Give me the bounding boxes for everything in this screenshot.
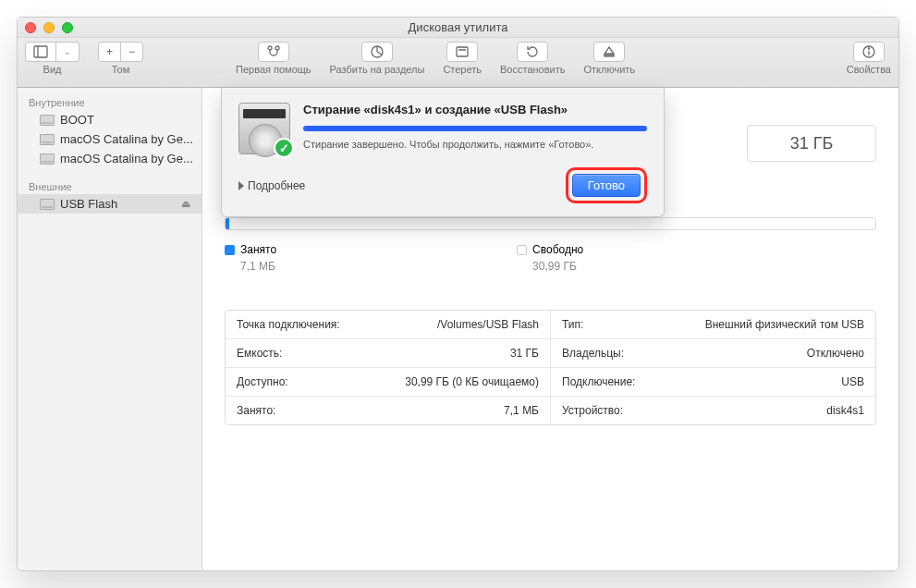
info-label: Занято: (237, 404, 275, 417)
swatch-used (225, 245, 235, 255)
sidebar-item-label: macOS Catalina by Ge... (60, 132, 193, 146)
window-title: Дисковая утилита (18, 20, 898, 34)
info-label: Точка подключения: (237, 318, 340, 331)
disk-utility-window: Дисковая утилита ⌄ Вид + − Том Первая по… (17, 17, 899, 571)
info-value: disk4s1 (826, 404, 864, 417)
disk-icon (40, 153, 55, 165)
info-panel: Точка подключения:/Volumes/USB Flash Тип… (225, 310, 876, 425)
usage-legend: Занято 7,1 МБ Свободно 30,99 ГБ (225, 243, 876, 273)
info-label: Емкость: (237, 347, 282, 360)
done-highlight: Готово (566, 167, 647, 203)
svg-point-3 (275, 46, 279, 50)
erase-button[interactable] (446, 42, 478, 62)
svg-marker-7 (605, 47, 614, 54)
details-label: Подробнее (248, 179, 305, 192)
toolbar-label: Разбить на разделы (330, 64, 425, 75)
disk-icon (40, 134, 55, 145)
titlebar: Дисковая утилита (18, 18, 898, 38)
checkmark-icon: ✓ (274, 138, 294, 158)
sidebar-item-catalina-2[interactable]: macOS Catalina by Ge... (18, 149, 202, 168)
info-value: /Volumes/USB Flash (437, 318, 539, 331)
info-label: Подключение: (562, 375, 635, 388)
sidebar: Внутренние BOOT macOS Catalina by Ge... … (18, 88, 202, 570)
eject-icon[interactable]: ⏏ (181, 198, 190, 210)
sidebar-item-label: macOS Catalina by Ge... (60, 152, 193, 165)
stethoscope-icon (266, 44, 281, 59)
erase-icon (455, 44, 470, 59)
sidebar-item-usb-flash[interactable]: USB Flash ⏏ (18, 194, 202, 214)
restore-button[interactable] (517, 42, 548, 62)
capacity-box: 31 ГБ (747, 125, 876, 162)
sidebar-item-boot[interactable]: BOOT (18, 110, 202, 129)
pie-icon (370, 44, 385, 59)
disk-icon (40, 199, 55, 210)
legend-used-label: Занято (240, 243, 276, 256)
info-value: USB (841, 375, 864, 388)
info-label: Тип: (562, 318, 583, 331)
sheet-message: Стирание завершено. Чтобы продолжить, на… (303, 139, 647, 150)
legend-used-value: 7,1 МБ (225, 260, 276, 273)
sidebar-item-catalina-1[interactable]: macOS Catalina by Ge... (18, 129, 202, 149)
unmount-button[interactable] (593, 42, 625, 62)
restore-icon (525, 44, 540, 59)
info-value: 31 ГБ (510, 347, 539, 360)
usage-fill (226, 218, 229, 229)
svg-rect-0 (34, 46, 47, 57)
erase-complete-sheet: ✓ Стирание «disk4s1» и создание «USB Fla… (221, 88, 665, 217)
info-value: Внешний физический том USB (705, 318, 864, 331)
info-value: 30,99 ГБ (0 КБ очищаемо) (405, 375, 539, 388)
legend-free-value: 30,99 ГБ (517, 260, 583, 273)
chevron-down-icon: ⌄ (64, 47, 71, 56)
progress-bar (303, 126, 647, 131)
partition-button[interactable] (361, 42, 393, 62)
info-value: Отключено (807, 347, 864, 360)
toolbar-label: Стереть (443, 64, 482, 75)
disk-icon (40, 115, 55, 126)
usage-bar (225, 217, 876, 230)
svg-rect-5 (457, 47, 468, 56)
legend-free-label: Свободно (532, 243, 583, 256)
eject-icon (602, 44, 617, 59)
hard-drive-icon: ✓ (238, 103, 290, 154)
info-icon (861, 44, 876, 59)
info-button[interactable] (853, 42, 885, 62)
toolbar-label: Свойства (847, 64, 891, 75)
sidebar-section-external: Внешние (18, 178, 202, 194)
sidebar-section-internal: Внутренние (18, 93, 202, 110)
done-button[interactable]: Готово (572, 174, 641, 197)
info-label: Устройство: (562, 404, 623, 417)
add-volume-button[interactable]: + (98, 42, 121, 62)
svg-point-2 (268, 46, 272, 50)
details-disclosure[interactable]: Подробнее (238, 179, 305, 192)
toolbar-label: Том (112, 64, 130, 75)
view-mode-button[interactable] (25, 42, 56, 62)
sidebar-item-label: BOOT (60, 113, 94, 127)
remove-volume-button[interactable]: − (121, 42, 143, 62)
svg-point-11 (868, 48, 869, 49)
info-label: Владельцы: (562, 347, 624, 360)
toolbar: ⌄ Вид + − Том Первая помощь Разбить на р… (18, 38, 898, 88)
toolbar-label: Первая помощь (236, 64, 311, 75)
sidebar-item-label: USB Flash (60, 197, 117, 211)
sheet-title: Стирание «disk4s1» и создание «USB Flash… (303, 103, 647, 116)
info-label: Доступно: (237, 375, 288, 388)
info-value: 7,1 МБ (504, 404, 539, 417)
view-dropdown-button[interactable]: ⌄ (56, 42, 79, 62)
toolbar-label: Вид (43, 64, 62, 75)
swatch-free (517, 245, 527, 255)
sidebar-icon (33, 44, 48, 59)
toolbar-label: Восстановить (500, 64, 565, 75)
toolbar-label: Отключить (583, 64, 635, 75)
triangle-right-icon (238, 181, 244, 190)
svg-rect-8 (605, 55, 614, 57)
first-aid-button[interactable] (258, 42, 289, 62)
